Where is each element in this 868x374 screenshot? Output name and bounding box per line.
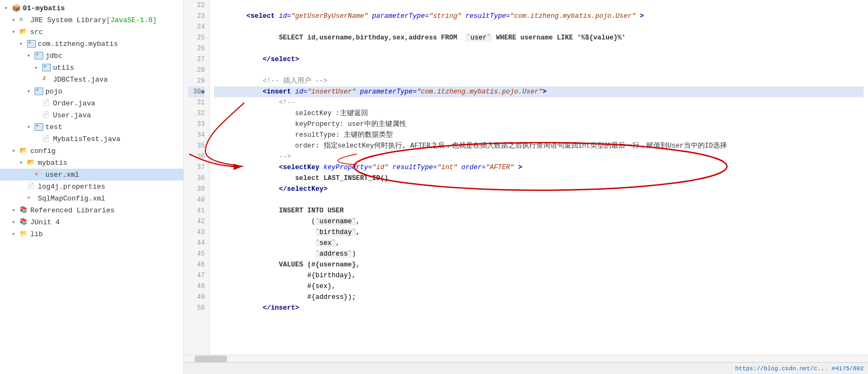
java-file-icon: 📄: [42, 99, 51, 108]
tree-lib[interactable]: 📁 lib: [0, 228, 183, 240]
code-line-28: <!-- 插入用户 -->: [214, 65, 864, 76]
folder-icon: 📂: [19, 28, 28, 36]
tree-label: MybatisTest.java: [53, 135, 121, 143]
line-num-28: 28: [188, 65, 205, 76]
tree-log4j[interactable]: 📄 log4j.properties: [0, 181, 183, 192]
tree-config[interactable]: 📂 config: [0, 145, 183, 157]
tree-junit[interactable]: 📚 JUnit 4: [0, 216, 183, 228]
line-num-45: 45: [188, 249, 205, 259]
line-num-29: 29: [188, 76, 205, 86]
tree-label: user.xml: [45, 171, 79, 179]
tree-userxml[interactable]: ✕ user.xml: [0, 169, 183, 181]
code-line-36: <selectKey keyProperty="id" resultType="…: [214, 151, 864, 162]
line-num-48: 48: [188, 281, 205, 292]
line-num-25: 25: [188, 32, 205, 43]
line-num-40: 40: [188, 195, 205, 205]
code-line-24: SELECT id,username,birthday,sex,address …: [214, 22, 864, 32]
arrow-icon: [4, 5, 12, 11]
line-num-47: 47: [188, 270, 205, 281]
line-num-35: 35: [188, 141, 205, 151]
java-file-icon: 📄: [42, 111, 51, 119]
line-numbers: 22 23 24 25 26 27 28 29 30◉ 31 32 33 34 …: [184, 0, 210, 374]
arrow-icon: [12, 231, 19, 237]
tree-package-pojo[interactable]: pojo: [0, 85, 183, 97]
properties-file-icon: 📄: [27, 182, 36, 191]
tree-label: lib: [30, 230, 43, 238]
status-bar: https://blog.csdn.net/c... #4175/692: [184, 362, 868, 374]
project-icon: 📦: [12, 4, 21, 12]
tree-label: JRE System Library: [30, 16, 106, 24]
line-num-36: 36: [188, 151, 205, 162]
folder-icon: 📁: [19, 230, 28, 238]
library-folder-icon: 📚: [19, 206, 28, 215]
arrow-icon: [35, 64, 42, 71]
package-icon: [35, 88, 43, 95]
tree-label: JUnit 4: [30, 218, 60, 226]
line-num-31: 31: [188, 97, 205, 108]
folder-icon: 📂: [19, 146, 28, 155]
line-num-26: 26: [188, 43, 205, 54]
line-num-44: 44: [188, 238, 205, 249]
arrow-icon: [12, 148, 19, 154]
line-num-30: 30◉: [188, 86, 205, 97]
tree-mybatis[interactable]: 📂 mybatis: [0, 157, 183, 169]
tree-label: User.java: [53, 111, 91, 119]
package-icon: [42, 64, 51, 71]
tree-user[interactable]: 📄 User.java: [0, 109, 183, 121]
code-line-22: <select id="getUserByUserName" parameter…: [214, 0, 864, 11]
tree-label: com.itzheng.mybatis: [38, 40, 118, 48]
tree-label: test: [45, 123, 62, 131]
line-num-41: 41: [188, 205, 205, 216]
line-num-22: 22: [188, 0, 205, 11]
code-line-26: </select>: [214, 43, 864, 54]
horizontal-scrollbar[interactable]: [184, 355, 868, 362]
tree-label: jdbc: [45, 52, 62, 60]
java-file-icon: J: [42, 75, 51, 84]
line-num-23: 23: [188, 11, 205, 22]
tree-sqlmapconfig[interactable]: ✕ SqlMapConfig.xml: [0, 192, 183, 204]
line-num-50: 50: [188, 303, 205, 313]
line-num-42: 42: [188, 216, 205, 227]
tree-label: Order.java: [53, 99, 95, 108]
tree-reflibs[interactable]: 📚 Referenced Libraries: [0, 204, 183, 216]
tree-package-com[interactable]: com.itzheng.mybatis: [0, 38, 183, 50]
tree-package-jdbc[interactable]: jdbc: [0, 50, 183, 62]
package-icon: [35, 52, 43, 59]
code-line-31: selectKey :主键返回: [214, 97, 864, 108]
tree-mybatistest[interactable]: 📄 MybatisTest.java: [0, 133, 183, 145]
tree-order[interactable]: 📄 Order.java: [0, 97, 183, 109]
xml-file-icon: ✕: [35, 170, 43, 179]
tree-label: 01-mybatis: [23, 4, 65, 12]
arrow-icon: [27, 124, 35, 130]
line-num-46: 46: [188, 259, 205, 270]
library-icon: 📚: [19, 218, 28, 226]
line-num-32: 32: [188, 108, 205, 119]
tree-jdbctest[interactable]: J JDBCTest.java: [0, 74, 183, 85]
line-num-49: 49: [188, 292, 205, 303]
xml-file-icon: ✕: [27, 194, 36, 203]
code-line-40: INSERT INTO USER: [214, 195, 864, 205]
code-line-27: [214, 54, 864, 65]
arrow-icon: [19, 159, 27, 166]
line-num-27: 27: [188, 54, 205, 65]
tree-src[interactable]: 📂 src: [0, 26, 183, 38]
line-num-38: 38: [188, 173, 205, 184]
tree-root[interactable]: 📦 01-mybatis: [0, 2, 183, 14]
java-file-icon: 📄: [42, 135, 51, 143]
arrow-icon: [19, 41, 27, 47]
tree-package-test[interactable]: test: [0, 121, 183, 133]
arrow-icon: [12, 219, 19, 225]
package-icon: [35, 123, 43, 131]
arrow-icon: [27, 52, 35, 59]
tree-label: src: [30, 28, 43, 36]
status-url: https://blog.csdn.net/c... #4175/692: [735, 365, 864, 372]
tree-label: JDBCTest.java: [53, 76, 108, 84]
code-editor[interactable]: 22 23 24 25 26 27 28 29 30◉ 31 32 33 34 …: [184, 0, 868, 374]
tree-label: SqlMapConfig.xml: [38, 195, 105, 203]
arrow-icon: [27, 88, 35, 95]
line-num-33: 33: [188, 119, 205, 130]
tree-utils[interactable]: utils: [0, 62, 183, 74]
line-num-24: 24: [188, 22, 205, 32]
tree-jre[interactable]: ⊞ JRE System Library [JavaSE-1.8]: [0, 14, 183, 26]
arrow-icon: [12, 17, 19, 23]
